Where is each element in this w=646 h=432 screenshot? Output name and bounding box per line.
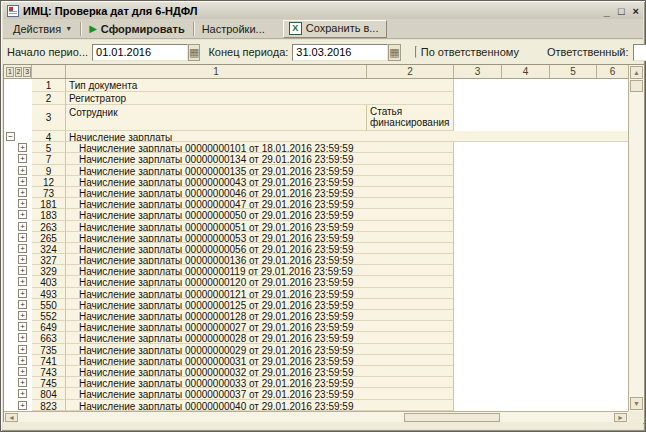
group-label-cell[interactable]: Начисление зарплаты [66, 131, 628, 142]
document-cell[interactable]: Начисление зарплаты 00000000134 от 29.01… [66, 153, 454, 164]
document-cell[interactable]: Начисление зарплаты 00000000027 от 29.01… [66, 321, 454, 332]
table-row[interactable]: +263Начисление зарплаты 00000000051 от 2… [4, 221, 628, 232]
collapse-icon[interactable]: − [6, 132, 15, 141]
expand-icon[interactable]: + [18, 367, 27, 376]
expand-icon[interactable]: + [18, 401, 27, 410]
expand-icon[interactable]: + [18, 188, 27, 197]
document-cell[interactable]: Начисление зарплаты 00000000028 от 29.01… [66, 332, 454, 343]
expand-icon[interactable]: + [18, 389, 27, 398]
period-end-input[interactable] [292, 44, 388, 61]
table-row[interactable]: +12Начисление зарплаты 00000000043 от 29… [4, 176, 628, 187]
expand-icon[interactable]: + [18, 166, 27, 175]
document-cell[interactable]: Начисление зарплаты 00000000047 от 29.01… [66, 198, 454, 209]
registrar-cell[interactable]: Регистратор [66, 92, 454, 105]
document-cell[interactable]: Начисление зарплаты 00000000125 от 29.01… [66, 299, 454, 310]
table-row[interactable]: +403Начисление зарплаты 00000000120 от 2… [4, 276, 628, 287]
table-row[interactable]: +823Начисление зарплаты 00000000040 от 2… [4, 400, 628, 411]
table-row[interactable]: +9Начисление зарплаты 00000000135 от 29.… [4, 165, 628, 176]
expand-icon[interactable]: + [18, 356, 27, 365]
table-row[interactable]: +552Начисление зарплаты 00000000128 от 2… [4, 310, 628, 321]
save-to-button[interactable]: X Сохранить в... [283, 20, 388, 38]
document-cell[interactable]: Начисление зарплаты 00000000033 от 29.01… [66, 377, 454, 388]
table-row[interactable]: +741Начисление зарплаты 00000000031 от 2… [4, 355, 628, 366]
table-row[interactable]: +327Начисление зарплаты 00000000136 от 2… [4, 254, 628, 265]
document-cell[interactable]: Начисление зарплаты 00000000037 от 29.01… [66, 388, 454, 399]
maximize-icon[interactable]: □ [618, 4, 625, 18]
table-row[interactable]: +743Начисление зарплаты 00000000032 от 2… [4, 366, 628, 377]
expand-icon[interactable]: + [18, 333, 27, 342]
vertical-scrollbar[interactable]: ▲ ▼ [628, 65, 644, 411]
document-cell[interactable]: Начисление зарплаты 00000000032 от 29.01… [66, 366, 454, 377]
minimize-icon[interactable]: _ [604, 4, 610, 18]
expand-icon[interactable]: + [18, 154, 27, 163]
table-row[interactable]: 2 Регистратор [4, 92, 628, 105]
table-row[interactable]: +493Начисление зарплаты 00000000121 от 2… [4, 288, 628, 299]
document-cell[interactable]: Начисление зарплаты 00000000135 от 29.01… [66, 165, 454, 176]
column-header-4[interactable]: 4 [502, 65, 550, 78]
expand-icon[interactable]: + [18, 255, 27, 264]
document-cell[interactable]: Начисление зарплаты 00000000101 от 18.01… [66, 142, 454, 153]
table-row[interactable]: +745Начисление зарплаты 00000000033 от 2… [4, 377, 628, 388]
period-start-calendar-button[interactable]: ▦ [188, 44, 200, 61]
table-row[interactable]: +5Начисление зарплаты 00000000101 от 18.… [4, 142, 628, 153]
level-2-button[interactable]: 2 [15, 67, 23, 77]
expand-icon[interactable]: + [18, 277, 27, 286]
scroll-left-icon[interactable]: ◄ [5, 413, 18, 422]
responsible-input[interactable] [633, 44, 646, 61]
table-row[interactable]: +265Начисление зарплаты 00000000053 от 2… [4, 232, 628, 243]
expand-icon[interactable]: + [18, 222, 27, 231]
expand-icon[interactable]: + [18, 233, 27, 242]
document-cell[interactable]: Начисление зарплаты 00000000119 от 29.01… [66, 265, 454, 276]
document-cell[interactable]: Начисление зарплаты 00000000128 от 29.01… [66, 310, 454, 321]
expand-icon[interactable]: + [18, 177, 27, 186]
financing-article-cell[interactable]: Статья финансирования [367, 105, 454, 131]
generate-button[interactable]: ▶ Сформировать [83, 21, 191, 37]
document-cell[interactable]: Начисление зарплаты 00000000121 от 29.01… [66, 288, 454, 299]
document-cell[interactable]: Начисление зарплаты 00000000040 от 29.01… [66, 400, 454, 411]
column-header-5[interactable]: 5 [550, 65, 597, 78]
table-row[interactable]: +324Начисление зарплаты 00000000056 от 2… [4, 243, 628, 254]
table-row[interactable]: +73Начисление зарплаты 00000000046 от 29… [4, 187, 628, 198]
table-row[interactable]: +329Начисление зарплаты 00000000119 от 2… [4, 265, 628, 276]
expand-icon[interactable]: + [18, 289, 27, 298]
expand-icon[interactable]: + [18, 210, 27, 219]
document-cell[interactable]: Начисление зарплаты 00000000046 от 29.01… [66, 187, 454, 198]
expand-icon[interactable]: + [18, 345, 27, 354]
expand-icon[interactable]: + [18, 311, 27, 320]
table-row[interactable]: +649Начисление зарплаты 00000000027 от 2… [4, 321, 628, 332]
document-cell[interactable]: Начисление зарплаты 00000000136 от 29.01… [66, 254, 454, 265]
level-1-button[interactable]: 1 [6, 67, 14, 77]
document-cell[interactable]: Начисление зарплаты 00000000029 от 29.01… [66, 344, 454, 355]
employee-cell[interactable]: Сотрудник [66, 105, 367, 131]
by-responsible-checkbox[interactable] [415, 46, 417, 58]
table-row[interactable]: +181Начисление зарплаты 00000000047 от 2… [4, 198, 628, 209]
expand-icon[interactable]: + [18, 143, 27, 152]
level-3-button[interactable]: 3 [23, 67, 31, 77]
table-row[interactable]: +804Начисление зарплаты 00000000037 от 2… [4, 388, 628, 399]
column-header-6[interactable]: 6 [597, 65, 629, 78]
expand-icon[interactable]: + [18, 378, 27, 387]
column-header-1[interactable]: 1 [66, 65, 367, 78]
table-row[interactable]: +183Начисление зарплаты 00000000050 от 2… [4, 209, 628, 220]
expand-icon[interactable]: + [18, 300, 27, 309]
expand-icon[interactable]: + [18, 199, 27, 208]
table-row[interactable]: +735Начисление зарплаты 00000000029 от 2… [4, 344, 628, 355]
expand-icon[interactable]: + [18, 244, 27, 253]
period-start-input[interactable] [92, 44, 188, 61]
scroll-down-icon[interactable]: ▼ [630, 397, 643, 410]
document-cell[interactable]: Начисление зарплаты 00000000120 от 29.01… [66, 276, 454, 287]
expand-icon[interactable]: + [18, 266, 27, 275]
table-row[interactable]: +7Начисление зарплаты 00000000134 от 29.… [4, 153, 628, 164]
table-row[interactable]: 1 Тип документа [4, 79, 628, 92]
expand-icon[interactable]: + [18, 322, 27, 331]
document-cell[interactable]: Начисление зарплаты 00000000043 от 29.01… [66, 176, 454, 187]
column-header-3[interactable]: 3 [454, 65, 502, 78]
document-cell[interactable]: Начисление зарплаты 00000000056 от 29.01… [66, 243, 454, 254]
scroll-right-icon[interactable]: ► [614, 413, 627, 422]
settings-button[interactable]: Настройки... [196, 21, 271, 37]
table-row[interactable]: +663Начисление зарплаты 00000000028 от 2… [4, 332, 628, 343]
actions-menu-button[interactable]: Действия ▼ [7, 21, 78, 37]
doc-type-cell[interactable]: Тип документа [66, 79, 454, 92]
document-cell[interactable]: Начисление зарплаты 00000000050 от 29.01… [66, 209, 454, 220]
period-end-calendar-button[interactable]: ▦ [388, 44, 400, 61]
